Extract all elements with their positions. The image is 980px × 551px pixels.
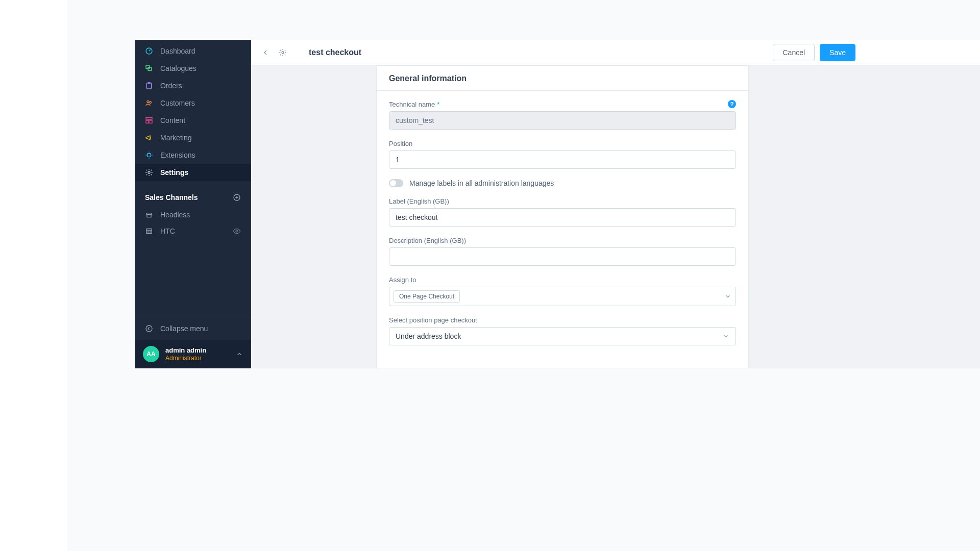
nav-label: Marketing [160, 134, 191, 142]
primary-nav: Dashboard Catalogues Orders Customers [135, 40, 251, 181]
svg-rect-7 [146, 120, 149, 123]
assign-to-select[interactable]: One Page Checkout [389, 287, 736, 306]
position-label: Position [389, 140, 412, 147]
back-icon[interactable] [259, 46, 272, 59]
user-name: admin admin [165, 346, 206, 355]
user-menu[interactable]: AA admin admin Administrator [135, 340, 251, 368]
manage-labels-row: Manage labels in all administration lang… [389, 179, 736, 187]
position-page-value: Under address block [396, 332, 461, 340]
channel-htc[interactable]: HTC [135, 223, 251, 239]
field-position-page: Select position page checkout Under addr… [389, 316, 736, 345]
channel-label: Headless [160, 211, 190, 219]
chevron-down-icon [722, 333, 729, 340]
nav-settings[interactable]: Settings [135, 164, 251, 181]
nav-extensions[interactable]: Extensions [135, 146, 251, 164]
gear-icon [145, 168, 153, 177]
field-label-en: Label (English (GB)) [389, 197, 736, 227]
label-en-input[interactable] [389, 208, 736, 227]
nav-label: Dashboard [160, 47, 195, 55]
svg-rect-8 [150, 120, 152, 123]
cancel-button[interactable]: Cancel [773, 44, 815, 61]
nav-orders[interactable]: Orders [135, 77, 251, 94]
manage-labels-toggle[interactable] [389, 179, 403, 187]
chevron-left-icon [145, 324, 153, 333]
nav-label: Customers [160, 99, 195, 107]
label-en-label: Label (English (GB)) [389, 197, 449, 205]
gauge-icon [145, 47, 153, 55]
sales-channels-header: Sales Channels [135, 181, 251, 207]
storefront-icon [145, 211, 153, 219]
svg-point-14 [146, 325, 152, 332]
collapse-menu[interactable]: Collapse menu [135, 317, 251, 340]
add-channel-icon[interactable] [233, 193, 241, 202]
user-role: Administrator [165, 355, 206, 362]
field-description-en: Description (English (GB)) [389, 237, 736, 266]
channel-headless[interactable]: Headless [135, 207, 251, 223]
channel-label: HTC [160, 227, 175, 235]
field-technical-name: Technical name * ? [389, 100, 736, 130]
nav-label: Catalogues [160, 64, 197, 72]
assign-to-label: Assign to [389, 276, 416, 284]
chevron-up-icon [236, 350, 243, 358]
nav-label: Content [160, 116, 185, 124]
storefront-grid-icon [145, 227, 153, 235]
general-info-card: General information Technical name * ? P… [376, 65, 749, 368]
svg-rect-9 [148, 154, 151, 157]
layers-icon [145, 64, 153, 72]
users-icon [145, 99, 153, 107]
required-marker: * [437, 101, 439, 108]
nav-marketing[interactable]: Marketing [135, 129, 251, 146]
user-info: admin admin Administrator [165, 346, 206, 362]
technical-name-input[interactable] [389, 111, 736, 130]
nav-label: Extensions [160, 151, 195, 159]
eye-icon[interactable] [233, 227, 241, 235]
field-position: Position [389, 140, 736, 169]
nav-content[interactable]: Content [135, 112, 251, 129]
viewport-left-gutter [0, 0, 67, 551]
assign-to-chip[interactable]: One Page Checkout [394, 290, 460, 303]
technical-name-label: Technical name [389, 101, 435, 108]
svg-point-5 [150, 102, 151, 103]
description-en-label: Description (English (GB)) [389, 237, 466, 244]
avatar: AA [143, 346, 159, 362]
section-title: General information [377, 66, 748, 91]
svg-point-4 [147, 101, 149, 103]
collapse-label: Collapse menu [160, 324, 208, 333]
sales-channels-title: Sales Channels [145, 193, 198, 202]
field-assign-to: Assign to One Page Checkout [389, 276, 736, 306]
nav-catalogues[interactable]: Catalogues [135, 60, 251, 77]
position-input[interactable] [389, 151, 736, 169]
svg-point-13 [236, 230, 238, 232]
toggle-knob [390, 180, 396, 186]
nav-label: Orders [160, 82, 182, 90]
main-area: test checkout Cancel Save General inform… [251, 40, 980, 368]
layout-icon [145, 116, 153, 124]
topbar: test checkout Cancel Save [251, 40, 980, 65]
nav-customers[interactable]: Customers [135, 94, 251, 112]
help-icon[interactable]: ? [728, 100, 736, 108]
position-page-select[interactable]: Under address block [389, 327, 736, 345]
sidebar: Dashboard Catalogues Orders Customers [135, 40, 251, 368]
svg-point-15 [282, 52, 284, 54]
nav-label: Settings [160, 168, 188, 177]
position-page-label: Select position page checkout [389, 316, 477, 324]
save-button[interactable]: Save [820, 44, 855, 61]
description-en-input[interactable] [389, 247, 736, 266]
svg-point-10 [148, 171, 150, 173]
page-title: test checkout [309, 48, 361, 57]
svg-rect-6 [146, 118, 152, 119]
clipboard-icon [145, 82, 153, 90]
plug-icon [145, 151, 153, 159]
megaphone-icon [145, 134, 153, 142]
svg-rect-12 [146, 229, 152, 233]
manage-labels-label: Manage labels in all administration lang… [409, 179, 554, 187]
chevron-down-icon [724, 293, 731, 300]
nav-dashboard[interactable]: Dashboard [135, 42, 251, 60]
gear-icon[interactable] [277, 46, 289, 59]
